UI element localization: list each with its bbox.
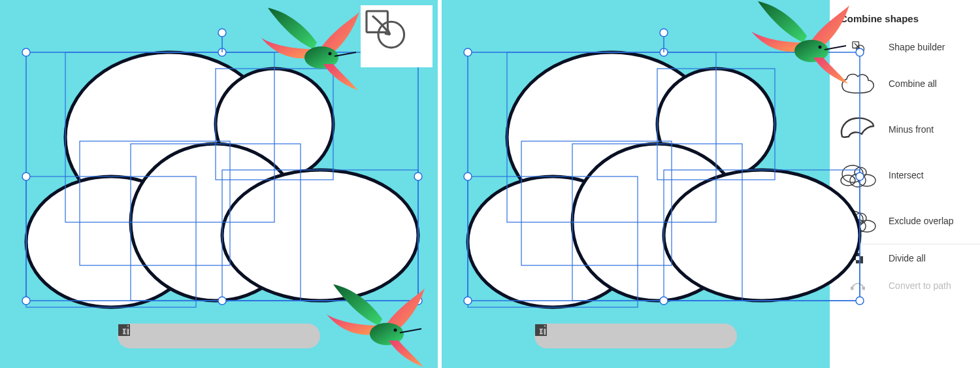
svg-point-17 (22, 297, 30, 305)
svg-point-51 (464, 48, 472, 56)
panel-item-label: Convert to path (889, 280, 951, 291)
svg-point-57 (660, 297, 668, 305)
svg-point-58 (856, 297, 864, 305)
svg-point-4 (222, 170, 418, 301)
canvas-right[interactable] (442, 0, 830, 368)
unlock-icon[interactable] (642, 329, 655, 343)
hummingbird-bottom (327, 283, 425, 368)
svg-point-12 (22, 48, 30, 56)
svg-point-56 (464, 297, 472, 305)
duplicate-icon[interactable] (274, 329, 287, 343)
svg-point-60 (660, 29, 668, 37)
svg-point-43 (664, 170, 860, 301)
panel-item-label: Divide all (889, 253, 926, 263)
trash-icon[interactable] (299, 329, 312, 343)
move-icon[interactable] (200, 329, 213, 343)
shape-builder-icon (361, 5, 408, 52)
svg-point-18 (218, 297, 226, 305)
arrange-layers-icon[interactable] (175, 329, 188, 343)
svg-point-25 (329, 52, 332, 56)
svg-point-53 (856, 48, 864, 56)
hummingbird-top-right (751, 0, 849, 85)
svg-point-62 (819, 46, 822, 49)
context-toolbar (118, 324, 320, 348)
svg-point-55 (856, 173, 864, 180)
panel-item-label: Minus front (889, 124, 934, 135)
context-toolbar (534, 324, 737, 348)
group-icon[interactable] (250, 329, 263, 343)
shape-builder-badge (361, 5, 433, 67)
panel-item-label: Exclude overlap (889, 216, 954, 226)
group-icon[interactable] (666, 329, 679, 343)
svg-point-54 (464, 173, 472, 180)
stroke-weight-icon[interactable] (150, 329, 163, 343)
arrange-layers-icon[interactable] (592, 329, 605, 343)
move-icon[interactable] (617, 329, 630, 343)
stroke-weight-icon[interactable] (567, 329, 580, 343)
svg-point-15 (22, 173, 30, 180)
svg-point-16 (414, 173, 422, 180)
duplicate-icon[interactable] (691, 329, 704, 343)
unlock-icon[interactable] (225, 329, 238, 343)
panel-item-label: Intersect (889, 170, 924, 180)
svg-point-21 (218, 29, 226, 37)
panel-item-label: Combine all (889, 78, 937, 89)
canvas-left[interactable] (0, 0, 438, 368)
hummingbird-top (261, 7, 359, 92)
panel-item-label: Shape builder (889, 42, 945, 52)
svg-point-27 (394, 329, 397, 332)
trash-icon[interactable] (716, 329, 729, 343)
